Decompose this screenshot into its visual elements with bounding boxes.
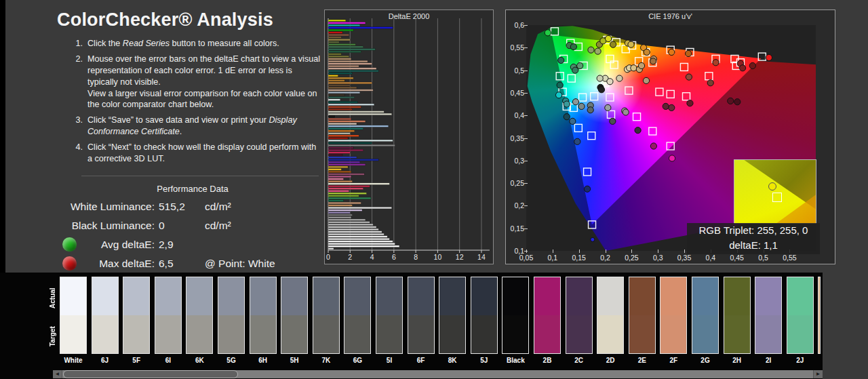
delta-error-bar[interactable] [328,37,341,39]
delta-error-bar[interactable] [328,228,378,231]
delta-error-bar[interactable] [328,231,382,233]
delta-error-bar[interactable] [328,176,351,178]
delta-error-bar[interactable] [328,164,366,166]
delta-error-bar[interactable] [328,96,355,98]
delta-error-bar[interactable] [328,219,366,221]
delta-error-bar[interactable] [328,224,373,226]
delta-error-bar[interactable] [328,24,360,26]
delta-error-bar[interactable] [328,34,349,36]
delta-error-bar[interactable] [328,104,374,106]
delta-error-bar[interactable] [328,92,360,94]
delta-error-bar[interactable] [328,82,372,84]
delta-error-bar[interactable] [328,226,376,228]
delta-error-bar[interactable] [328,51,361,53]
delta-error-bar[interactable] [328,142,372,144]
delta-error-bar[interactable] [328,75,338,77]
delta-error-bar[interactable] [328,159,378,161]
delta-error-bar[interactable] [328,243,395,245]
delta-error-bar[interactable] [328,212,350,214]
delta-error-bar[interactable] [328,101,358,103]
delta-error-bar[interactable] [328,116,335,118]
delta-error-bar[interactable] [328,43,355,45]
scrollbar-thumb[interactable] [63,370,238,378]
delta-error-bar[interactable] [328,32,342,34]
delta-error-bar[interactable] [328,63,372,65]
delta-error-bar[interactable] [328,166,348,168]
delta-error-bar[interactable] [328,73,353,75]
delta-error-bar[interactable] [328,169,341,171]
delta-error-bar[interactable] [328,138,348,140]
delta-error-bar[interactable] [328,106,361,108]
delta-error-bar[interactable] [328,202,361,204]
delta-error-bar[interactable] [328,171,351,173]
delta-error-bar[interactable] [328,39,350,41]
delta-error-bar[interactable] [328,49,375,51]
delta-error-bar[interactable] [328,178,344,180]
delta-error-bar[interactable] [328,190,349,192]
delta-error-bar[interactable] [328,80,344,82]
delta-error-bar[interactable] [328,127,363,129]
delta-error-bar[interactable] [328,216,351,218]
delta-error-bar[interactable] [328,247,334,250]
delta-error-bar[interactable] [328,241,393,243]
delta-error-bar[interactable] [328,193,366,195]
delta-error-bar[interactable] [328,210,362,212]
delta-error-bar[interactable] [328,245,399,247]
delta-error-bar[interactable] [328,29,353,31]
delta-error-bar[interactable] [328,108,353,111]
delta-error-bar[interactable] [328,123,357,125]
delta-error-bar[interactable] [328,111,384,113]
delta-error-bar[interactable] [328,121,366,123]
delta-error-bar[interactable] [328,87,357,89]
delta-error-bar[interactable] [328,20,346,22]
delta-error-bar[interactable] [328,180,353,182]
delta-error-bar[interactable] [328,118,351,120]
delta-error-bar[interactable] [328,157,357,159]
delta-error-bar[interactable] [328,68,376,70]
delta-error-bar[interactable] [328,205,353,207]
delta-error-bar[interactable] [328,54,341,56]
delta-error-bar[interactable] [328,46,363,48]
delta-error-bar[interactable] [328,60,368,62]
delta-error-bar[interactable] [328,125,389,127]
delta-error-bar[interactable] [328,65,359,67]
scroll-right-button[interactable]: ► [813,370,823,378]
delta-error-bar[interactable] [328,56,349,58]
delta-error-bar[interactable] [328,135,359,137]
delta-error-bar[interactable] [328,185,370,187]
delta-error-bar[interactable] [328,89,373,92]
delta-error-bar[interactable] [328,197,371,199]
delta-error-bar[interactable] [328,140,393,142]
delta-error-bar[interactable] [328,222,370,224]
delta-error-bar[interactable] [328,200,344,202]
delta-error-bar[interactable] [328,77,353,79]
delta-error-bar[interactable] [328,183,389,185]
delta-error-bar[interactable] [328,144,395,146]
scroll-left-button[interactable]: ◄ [53,370,62,378]
delta-error-bar[interactable] [328,161,360,163]
delta-error-bar[interactable] [328,147,353,149]
delta-error-bar[interactable] [328,174,364,176]
delta-error-bar[interactable] [328,130,355,132]
delta-error-bar[interactable] [328,70,378,72]
delta-error-bar[interactable] [328,22,366,24]
delta-error-bar[interactable] [328,58,351,60]
delta-error-bar[interactable] [328,41,339,43]
delta-error-bar[interactable] [328,99,340,101]
delta-error-bar[interactable] [328,207,392,209]
delta-error-bar[interactable] [328,94,344,96]
delta-error-bar[interactable] [328,238,389,240]
delta-error-bar[interactable] [328,27,393,29]
delta-error-bar[interactable] [328,154,342,156]
delta-error-bar[interactable] [328,233,384,235]
delta-error-bar[interactable] [328,236,387,238]
delta-error-bar[interactable] [328,152,350,154]
delta-error-bar[interactable] [328,132,350,134]
delta-error-bar[interactable] [328,195,359,197]
delta-error-bar[interactable] [328,214,353,216]
comparator-scrollbar[interactable]: ◄ ► [53,370,823,378]
delta-error-bar[interactable] [328,149,363,151]
delta-error-bar[interactable] [328,188,363,190]
delta-error-bar[interactable] [328,85,350,87]
delta-error-bar[interactable] [328,113,392,115]
